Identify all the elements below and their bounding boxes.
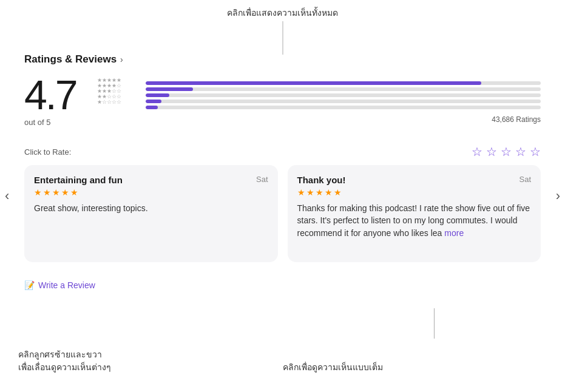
rating-content: 4.7 out of 5 ★★★★★ ★★★★☆ ★★★☆☆ ★★☆☆☆ ★☆☆…	[24, 74, 541, 127]
annotation-line-bottom-right	[434, 308, 435, 339]
review-header-1: Entertaining and fun Sat	[34, 175, 268, 185]
rate-star-5[interactable]: ☆	[530, 144, 541, 159]
section-chevron: ›	[120, 55, 123, 64]
rate-star-1[interactable]: ☆	[472, 144, 482, 159]
review-star-2-1: ★	[297, 188, 305, 197]
rate-stars[interactable]: ☆ ☆ ☆ ☆ ☆	[472, 144, 541, 159]
review-stars-1: ★ ★ ★ ★ ★	[34, 188, 268, 197]
click-to-rate-row: Click to Rate: ☆ ☆ ☆ ☆ ☆	[24, 144, 541, 159]
section-title: Ratings & Reviews	[24, 53, 117, 66]
review-cards-container: Entertaining and fun Sat ★ ★ ★ ★ ★ Great…	[24, 165, 541, 262]
review-card-2[interactable]: Thank you! Sat ★ ★ ★ ★ ★ Thanks for maki…	[288, 165, 541, 262]
write-review-link[interactable]: Write a Review	[38, 280, 95, 290]
big-number: 4.7	[24, 74, 76, 115]
review-star-1-1: ★	[34, 188, 42, 197]
stars-row-1: ★☆☆☆☆	[97, 100, 121, 105]
review-date-1: Sat	[256, 175, 268, 184]
review-stars-2: ★ ★ ★ ★ ★	[297, 188, 532, 197]
nav-arrow-right[interactable]: ›	[556, 188, 560, 204]
review-date-2: Sat	[519, 175, 531, 184]
bar-row-4	[146, 87, 541, 91]
stars-icon-group: ★★★★★ ★★★★☆ ★★★☆☆ ★★☆☆☆ ★☆☆☆☆	[97, 78, 121, 105]
review-star-2-4: ★	[325, 188, 333, 197]
review-card-1[interactable]: Entertaining and fun Sat ★ ★ ★ ★ ★ Great…	[24, 165, 278, 262]
write-review-row[interactable]: 📝 Write a Review	[24, 280, 95, 290]
bar-chart	[146, 81, 541, 109]
review-star-2-3: ★	[316, 188, 323, 197]
annotation-top: คลิกเพื่อแสดงความเห็นทั้งหมด	[227, 6, 338, 19]
review-title-1: Entertaining and fun	[34, 175, 123, 185]
nav-arrow-left[interactable]: ‹	[5, 188, 9, 204]
more-link-2[interactable]: more	[444, 228, 464, 238]
rate-star-4[interactable]: ☆	[515, 144, 526, 159]
bar-row-1	[146, 106, 541, 109]
review-body-1: Great show, interesting topics.	[34, 202, 268, 214]
write-review-icon: 📝	[24, 280, 35, 290]
review-star-1-2: ★	[43, 188, 51, 197]
rate-star-2[interactable]: ☆	[486, 144, 497, 159]
main-container: คลิกเพื่อแสดงความเห็นทั้งหมด Ratings & R…	[0, 0, 565, 392]
out-of: out of 5	[24, 118, 50, 127]
review-title-2: Thank you!	[297, 175, 346, 185]
bar-row-3	[146, 93, 541, 97]
ratings-count: 43,686 Ratings	[146, 115, 541, 124]
annotation-bottom-right: คลิกเพื่อดูความเห็นแบบเต็ม	[283, 361, 383, 374]
review-star-1-5: ★	[70, 188, 78, 197]
rating-number-block: 4.7 out of 5	[24, 74, 79, 127]
review-star-1-4: ★	[61, 188, 69, 197]
annotation-bottom-left-line1: คลิกลูกศรซ้ายและขวา	[18, 348, 111, 361]
click-to-rate-label: Click to Rate:	[24, 147, 71, 157]
bar-row-5	[146, 81, 541, 85]
bar-row-2	[146, 100, 541, 103]
review-star-2-5: ★	[334, 188, 342, 197]
ratings-section: Ratings & Reviews › 4.7 out of 5 ★★★★★ ★…	[24, 53, 541, 127]
rate-star-3[interactable]: ☆	[501, 144, 512, 159]
review-body-text-2: Thanks for making this podcast! I rate t…	[297, 203, 530, 238]
annotation-bottom-left-line2: เพื่อเลื่อนดูความเห็นต่างๆ	[18, 361, 111, 374]
annotation-bottom-left: คลิกลูกศรซ้ายและขวา เพื่อเลื่อนดูความเห็…	[18, 348, 111, 374]
review-star-2-2: ★	[306, 188, 314, 197]
review-star-1-3: ★	[52, 188, 60, 197]
review-body-2: Thanks for making this podcast! I rate t…	[297, 202, 532, 239]
review-header-2: Thank you! Sat	[297, 175, 532, 185]
annotation-line-top	[282, 21, 283, 55]
section-header[interactable]: Ratings & Reviews ›	[24, 53, 541, 66]
